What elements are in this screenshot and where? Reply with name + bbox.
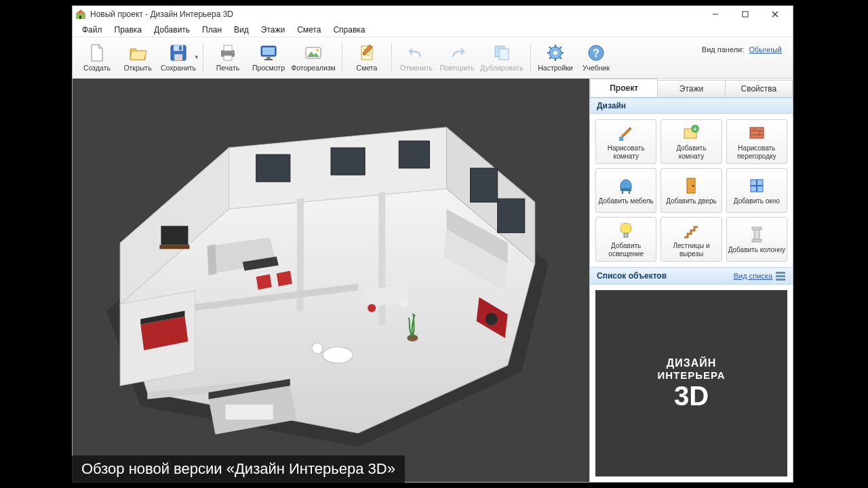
- tab-floors[interactable]: Этажи: [658, 80, 725, 97]
- svg-rect-53: [399, 141, 429, 168]
- design-header-label: Дизайн: [597, 101, 626, 110]
- open-button[interactable]: Открыть: [117, 40, 158, 75]
- view-list-link[interactable]: Вид списка: [734, 272, 772, 280]
- notepad-icon: [357, 43, 376, 62]
- app-window: Новый проект - Дизайн Интерьера 3D Файл …: [72, 5, 793, 483]
- add-window-button[interactable]: Добавить окно: [726, 168, 787, 213]
- draw-partition-button[interactable]: Нарисовать перегородку: [726, 119, 787, 164]
- add-lighting-label: Добавить освещение: [597, 242, 654, 258]
- svg-rect-55: [498, 199, 525, 232]
- menu-floors[interactable]: Этажи: [256, 24, 290, 36]
- app-icon: [75, 9, 86, 20]
- svg-rect-52: [331, 148, 365, 175]
- minimize-button[interactable]: [701, 6, 730, 22]
- create-button[interactable]: Создать: [77, 40, 117, 75]
- save-icon: [169, 43, 188, 62]
- svg-marker-65: [277, 270, 292, 286]
- printer-icon: [218, 43, 237, 62]
- list-icon[interactable]: [775, 270, 786, 281]
- add-room-button[interactable]: + Добавить комнату: [660, 119, 722, 164]
- stairs-button[interactable]: Лестницы и вырезы: [660, 217, 722, 262]
- svg-point-72: [368, 304, 376, 312]
- add-room-label: Добавить комнату: [663, 144, 719, 160]
- svg-rect-18: [264, 59, 273, 60]
- redo-icon: [448, 43, 467, 62]
- svg-rect-54: [471, 168, 498, 202]
- svg-rect-77: [161, 226, 188, 245]
- help-button[interactable]: ? Учебник: [576, 40, 616, 75]
- help-icon: ?: [587, 43, 606, 62]
- svg-rect-4: [743, 12, 748, 17]
- save-button[interactable]: Сохранить ▼: [158, 40, 199, 75]
- menu-view[interactable]: Вид: [229, 24, 254, 36]
- svg-rect-98: [754, 229, 760, 240]
- design-tool-grid: Нарисовать комнату + Добавить комнату На…: [590, 114, 793, 267]
- window-title: Новый проект - Дизайн Интерьера 3D: [90, 9, 701, 19]
- photorealism-label: Фотореализм: [291, 64, 336, 72]
- side-tabs: Проект Этажи Свойства: [590, 79, 793, 98]
- duplicate-label: Дублировать: [480, 64, 523, 72]
- stairs-icon: [682, 221, 701, 240]
- undo-icon: [407, 43, 426, 62]
- promo-line2: ИНТЕРЬЕРА: [657, 369, 725, 381]
- help-label: Учебник: [583, 64, 610, 72]
- svg-rect-88: [620, 188, 631, 191]
- preview-button[interactable]: Просмотр: [248, 40, 289, 75]
- svg-marker-63: [208, 244, 217, 275]
- add-furniture-button[interactable]: Добавить мебель: [595, 168, 656, 213]
- svg-line-38: [559, 47, 561, 49]
- svg-rect-17: [267, 57, 271, 59]
- maximize-button[interactable]: [730, 6, 760, 22]
- svg-rect-103: [776, 272, 785, 274]
- 3d-viewport[interactable]: [73, 79, 589, 482]
- panel-mode-value[interactable]: Обычный: [749, 45, 782, 54]
- preview-label: Просмотр: [252, 64, 285, 72]
- save-label: Сохранить: [161, 64, 196, 72]
- add-room-icon: +: [682, 123, 701, 142]
- side-panel: Проект Этажи Свойства Дизайн Нарисовать …: [589, 79, 793, 482]
- undo-button[interactable]: Отменить: [396, 40, 437, 75]
- duplicate-icon: [492, 43, 511, 62]
- svg-text:?: ?: [593, 47, 599, 59]
- new-document-icon: [87, 43, 106, 62]
- add-lighting-button[interactable]: Добавить освещение: [595, 217, 656, 262]
- menu-plan[interactable]: План: [197, 24, 227, 36]
- redo-button[interactable]: Повторить: [437, 40, 477, 75]
- menu-add[interactable]: Добавить: [149, 24, 195, 36]
- draw-room-button[interactable]: Нарисовать комнату: [595, 119, 656, 164]
- close-button[interactable]: [760, 6, 790, 22]
- promo-line1: ДИЗАЙН: [667, 357, 717, 369]
- menu-edit[interactable]: Правка: [109, 24, 148, 36]
- objects-section-header: Список объектов Вид списка: [590, 267, 793, 285]
- menubar: Файл Правка Добавить План Вид Этажи Смет…: [73, 22, 793, 37]
- svg-line-39: [549, 57, 551, 59]
- svg-rect-61: [226, 405, 273, 420]
- add-door-button[interactable]: Добавить дверь: [660, 168, 722, 213]
- video-caption-text: Обзор новой версии «Дизайн Интерьера 3D»: [81, 460, 395, 478]
- svg-rect-83: [750, 127, 764, 138]
- estimate-button[interactable]: Смета: [347, 40, 387, 75]
- settings-button[interactable]: Настройки: [535, 40, 576, 75]
- tab-project[interactable]: Проект: [590, 79, 658, 97]
- redo-label: Повторить: [439, 64, 474, 72]
- svg-rect-105: [776, 279, 785, 281]
- menu-help[interactable]: Справка: [328, 24, 370, 36]
- svg-rect-79: [619, 137, 623, 141]
- add-column-button[interactable]: Добавить колонну: [726, 217, 787, 262]
- svg-point-70: [486, 313, 498, 325]
- column-icon: [747, 225, 766, 244]
- photorealism-button[interactable]: Фотореализм: [289, 40, 338, 75]
- video-caption-overlay: Обзор новой версии «Дизайн Интерьера 3D»: [72, 455, 405, 483]
- svg-point-31: [553, 51, 557, 55]
- menu-estimate[interactable]: Смета: [292, 24, 326, 36]
- svg-rect-29: [499, 49, 509, 60]
- svg-rect-16: [262, 47, 275, 55]
- toolbar: Создать Открыть Сохранить ▼: [73, 37, 793, 79]
- print-button[interactable]: Печать: [208, 40, 248, 75]
- svg-rect-12: [224, 45, 232, 51]
- duplicate-button[interactable]: Дублировать: [477, 40, 526, 75]
- svg-point-73: [400, 299, 408, 307]
- gear-icon: [546, 43, 565, 62]
- tab-properties[interactable]: Свойства: [726, 80, 793, 97]
- menu-file[interactable]: Файл: [77, 24, 108, 36]
